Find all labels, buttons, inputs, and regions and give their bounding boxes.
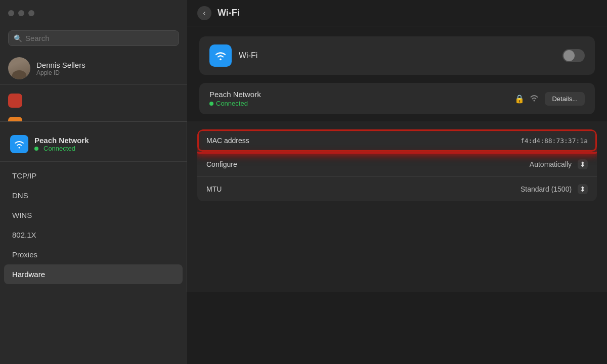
overlay-left: Peach Network Connected TCP/IP DNS WINS … bbox=[0, 121, 187, 292]
mac-address-value: f4:d4:88:73:37:1a bbox=[521, 137, 588, 145]
page-title: Wi-Fi bbox=[218, 8, 240, 18]
overlay-network-status-row: Connected bbox=[34, 145, 89, 152]
sidebar-item-wins[interactable]: WINS bbox=[0, 205, 187, 225]
overlay-network-name: Peach Network bbox=[34, 136, 89, 145]
mac-address-label: MAC address bbox=[206, 136, 521, 145]
close-button[interactable] bbox=[8, 10, 14, 16]
overlay-status-dot bbox=[34, 147, 38, 151]
search-icon: 🔍 bbox=[14, 34, 22, 42]
wifi-toggle[interactable] bbox=[562, 49, 585, 62]
overlay-right: MAC address f4:d4:88:73:37:1a Configure … bbox=[187, 121, 607, 292]
configure-value: Automatically ⬍ bbox=[530, 159, 588, 169]
configure-label: Configure bbox=[206, 160, 530, 168]
wifi-card-label: Wi-Fi bbox=[239, 51, 562, 60]
back-button[interactable]: ‹ bbox=[197, 6, 211, 20]
wifi-toggle-card: Wi-Fi bbox=[199, 36, 595, 75]
overlay-network-info: Peach Network Connected bbox=[34, 136, 89, 152]
lock-icon: 🔒 bbox=[514, 94, 525, 104]
mtu-row: MTU Standard (1500) ⬍ bbox=[197, 177, 597, 201]
configure-stepper[interactable]: ⬍ bbox=[578, 159, 588, 169]
signal-icon bbox=[530, 94, 539, 104]
titlebar bbox=[0, 0, 187, 26]
wifi-card-icon bbox=[209, 44, 232, 67]
user-name: Dennis Sellers bbox=[36, 61, 85, 69]
user-subtitle: Apple ID bbox=[36, 69, 85, 76]
back-icon: ‹ bbox=[203, 9, 205, 18]
search-input[interactable] bbox=[25, 34, 174, 42]
network-status: Connected bbox=[209, 100, 514, 107]
configure-row: Configure Automatically ⬍ bbox=[197, 152, 597, 177]
overlay-container: Peach Network Connected TCP/IP DNS WINS … bbox=[0, 121, 607, 292]
main-titlebar: ‹ Wi-Fi bbox=[187, 0, 607, 26]
sidebar-item-hardware[interactable]: Hardware bbox=[4, 264, 183, 284]
sidebar-item-tcpip[interactable]: TCP/IP bbox=[0, 166, 187, 186]
search-bar[interactable]: 🔍 bbox=[8, 30, 179, 46]
mtu-stepper[interactable]: ⬍ bbox=[578, 184, 588, 194]
details-button[interactable]: Details... bbox=[545, 92, 585, 106]
sidebar-item-8021x[interactable]: 802.1X bbox=[0, 225, 187, 245]
network-card: Peach Network Connected 🔒 Details... bbox=[199, 83, 595, 114]
avatar bbox=[8, 57, 30, 79]
svg-point-1 bbox=[534, 100, 535, 102]
svg-point-2 bbox=[19, 147, 20, 149]
hardware-settings-table: MAC address f4:d4:88:73:37:1a Configure … bbox=[197, 129, 597, 201]
user-section[interactable]: Dennis Sellers Apple ID bbox=[0, 52, 187, 85]
overlay-status-text: Connected bbox=[44, 145, 75, 152]
maximize-button[interactable] bbox=[28, 10, 34, 16]
overlay-network-header: Peach Network Connected bbox=[0, 130, 187, 162]
mtu-label: MTU bbox=[206, 185, 521, 193]
minimize-button[interactable] bbox=[18, 10, 24, 16]
sidebar-item-proxies[interactable]: Proxies bbox=[0, 245, 187, 264]
mtu-value: Standard (1500) ⬍ bbox=[521, 184, 588, 194]
network-info: Peach Network Connected bbox=[209, 90, 514, 107]
status-text: Connected bbox=[216, 100, 248, 107]
overlay-network-icon bbox=[10, 135, 28, 153]
toggle-knob bbox=[563, 50, 575, 61]
status-dot bbox=[209, 102, 213, 106]
network-icons: 🔒 bbox=[514, 94, 539, 104]
svg-point-0 bbox=[220, 59, 222, 61]
sidebar-item-dns[interactable]: DNS bbox=[0, 186, 187, 205]
user-info: Dennis Sellers Apple ID bbox=[36, 61, 85, 76]
mac-address-row: MAC address f4:d4:88:73:37:1a bbox=[197, 129, 597, 152]
network-name: Peach Network bbox=[209, 90, 514, 99]
